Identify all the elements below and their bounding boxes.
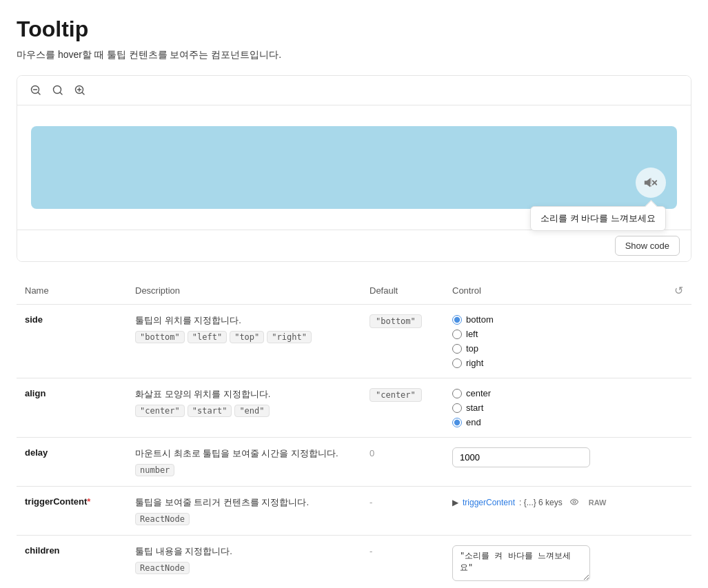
table-row: triggerContent* 툴팁을 보여줄 트리거 컨텐츠를 지정합니다. … (17, 487, 691, 536)
svg-line-4 (61, 93, 63, 95)
page-title: Tooltip (17, 17, 691, 42)
default-value-children: - (370, 546, 372, 556)
radio-group-align: center start end (452, 388, 656, 427)
default-value-delay: 0 (370, 448, 374, 458)
col-header-reset: ↺ (664, 278, 691, 305)
props-table: Name Description Default Control ↺ side … (17, 278, 691, 588)
zoom-out-icon[interactable] (28, 83, 43, 98)
prop-desc-side: 툴팁의 위치를 지정합니다. (135, 314, 353, 327)
tooltip-bubble: 소리를 켜 바다를 느껴보세요 (530, 206, 666, 231)
prop-tag: "center" (135, 405, 185, 417)
radio-item-center[interactable]: center (452, 388, 656, 398)
default-value-triggercontent: - (370, 497, 372, 507)
prop-tag: "start" (188, 405, 232, 417)
svg-line-8 (83, 93, 85, 95)
preview-area: 소리를 켜 바다를 느껴보세요 (17, 105, 691, 230)
prop-tag: "end" (234, 405, 269, 417)
prop-name-align: align (25, 388, 45, 398)
radio-item-right[interactable]: right (452, 358, 656, 368)
radio-item-bottom[interactable]: bottom (452, 314, 656, 325)
eye-button[interactable] (567, 496, 582, 509)
radio-group-side: bottom left top right (452, 314, 656, 368)
raw-button[interactable]: RAW (586, 497, 609, 508)
preview-blue-box: 소리를 켜 바다를 느껴보세요 (31, 126, 677, 209)
reset-all-icon[interactable]: ↺ (674, 284, 683, 297)
preview-footer: Show code (17, 230, 691, 261)
prop-desc-align: 화살표 모양의 위치를 지정합니다. (135, 388, 353, 401)
svg-line-2 (39, 93, 41, 95)
prop-name-delay: delay (25, 447, 48, 458)
zoom-reset-icon[interactable] (50, 83, 65, 98)
page-subtitle: 마우스를 hover할 때 툴팁 컨텐츠를 보여주는 컴포넌트입니다. (17, 49, 691, 61)
trigger-content-control: ▶ triggerContent : {...} 6 keys RAW (452, 496, 656, 509)
col-header-description: Description (127, 278, 361, 305)
default-value-align: "center" (370, 388, 422, 402)
table-row: delay 마운트시 최초로 툴팁을 보여줄 시간을 지정합니다. number… (17, 438, 691, 487)
col-header-control: Control (444, 278, 664, 305)
table-row: side 툴팁의 위치를 지정합니다. "bottom" "left" "top… (17, 305, 691, 378)
trigger-content-key: triggerContent (463, 498, 515, 507)
radio-item-start[interactable]: start (452, 403, 656, 413)
prop-tag: ReactNode (135, 562, 190, 574)
table-row: children 툴팁 내용을 지정합니다. ReactNode - "소리를 … (17, 536, 691, 589)
zoom-in-icon[interactable] (72, 83, 88, 98)
children-textarea[interactable]: "소리를 켜 바다를 느껴보세요" (452, 545, 590, 581)
preview-container: 소리를 켜 바다를 느껴보세요 Show code (17, 75, 691, 262)
delay-input[interactable] (452, 447, 590, 467)
default-value-side: "bottom" (370, 314, 422, 328)
svg-point-15 (573, 500, 576, 503)
show-code-button[interactable]: Show code (615, 236, 680, 256)
col-header-name: Name (17, 278, 127, 305)
col-header-default: Default (361, 278, 444, 305)
tooltip-trigger-button[interactable] (636, 168, 666, 198)
prop-desc-children: 툴팁 내용을 지정합니다. (135, 545, 353, 558)
prop-tag: "top" (230, 331, 264, 343)
radio-item-left[interactable]: left (452, 329, 656, 339)
table-row: align 화살표 모양의 위치를 지정합니다. "center" "start… (17, 378, 691, 438)
radio-item-end[interactable]: end (452, 417, 656, 427)
prop-name-side: side (25, 314, 43, 325)
prop-desc-delay: 마운트시 최초로 툴팁을 보여줄 시간을 지정합니다. (135, 447, 353, 460)
prop-name-triggercontent: triggerContent* (25, 496, 90, 507)
svg-point-3 (54, 86, 61, 94)
preview-toolbar (17, 76, 691, 105)
radio-item-top[interactable]: top (452, 343, 656, 354)
prop-tag: "bottom" (135, 331, 185, 343)
trigger-content-val: : {...} 6 keys (519, 498, 563, 507)
prop-name-children: children (25, 545, 60, 556)
prop-tag: ReactNode (135, 513, 190, 525)
prop-tag: "right" (267, 331, 312, 343)
prop-tag: "left" (188, 331, 227, 343)
prop-tag: number (135, 464, 174, 476)
prop-desc-triggercontent: 툴팁을 보여줄 트리거 컨텐츠를 지정합니다. (135, 496, 353, 509)
